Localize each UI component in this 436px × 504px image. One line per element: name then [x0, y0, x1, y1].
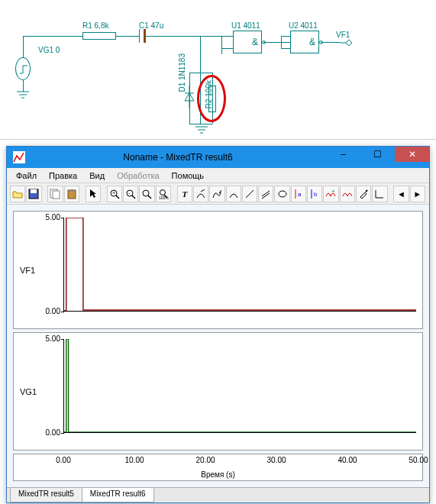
ground-icon	[195, 125, 208, 134]
chart-vg1[interactable]: VG1 5.00 0.00	[13, 332, 423, 451]
label-c1: C1 47u	[139, 21, 163, 30]
save-button[interactable]	[26, 186, 41, 202]
chart-vf1[interactable]: VF1 5.00 0.00	[13, 211, 423, 329]
zoom-fit-button[interactable]	[139, 186, 154, 202]
plot-vg1	[64, 339, 416, 432]
svg-text:100%: 100%	[159, 195, 169, 199]
xtick: 20.00	[195, 456, 215, 464]
minimize-button[interactable]: –	[326, 147, 360, 162]
xtick: 0.00	[56, 456, 70, 464]
wire	[221, 48, 222, 54]
wire	[23, 36, 24, 57]
resistor-r1	[82, 32, 116, 40]
svg-line-17	[116, 195, 119, 199]
plot-vf1	[64, 218, 416, 311]
menu-process[interactable]: Обработка	[111, 170, 165, 182]
menubar: Файл Правка Вид Обработка Помощь	[7, 168, 429, 183]
maximize-button[interactable]: ☐	[360, 147, 395, 162]
line-tool-button[interactable]	[242, 186, 257, 202]
wire	[145, 36, 164, 37]
tab-result6[interactable]: MixedTR result6	[82, 488, 154, 502]
wire	[281, 36, 282, 48]
svg-line-27	[201, 189, 205, 192]
lines-tool-button[interactable]	[258, 186, 273, 202]
xaxis-label: Время (s)	[14, 470, 422, 479]
wire	[189, 73, 200, 73]
highlight-ellipse	[197, 75, 226, 122]
ytick: 5.00	[37, 334, 60, 343]
xtick: 10.00	[124, 456, 144, 464]
eyedropper-button[interactable]	[356, 186, 371, 202]
curve-tool2-button[interactable]	[209, 186, 224, 202]
wire	[164, 36, 221, 37]
wire	[321, 42, 340, 43]
open-button[interactable]	[10, 186, 25, 202]
svg-text:b: b	[314, 191, 318, 198]
wire	[221, 36, 233, 37]
svg-rect-11	[31, 189, 37, 193]
wire	[23, 36, 82, 37]
svg-point-24	[160, 189, 165, 195]
toolbar: + - 100% T a b + ◄ ►	[7, 183, 429, 205]
svg-line-20	[132, 195, 135, 199]
zoom-100-button[interactable]: 100%	[156, 186, 171, 202]
result-window: Noname - MixedTR result6 – ☐ ✕ Файл Прав…	[6, 146, 430, 503]
svg-line-38	[366, 190, 367, 192]
gate-u1: &	[233, 31, 262, 53]
app-icon	[13, 151, 25, 163]
paste-button[interactable]	[64, 186, 79, 202]
svg-rect-13	[53, 191, 60, 199]
window-title: Noname - MixedTR result6	[30, 152, 326, 163]
pointer-button[interactable]	[86, 186, 101, 202]
tab-result5[interactable]: MixedTR result5	[10, 488, 82, 502]
svg-point-22	[143, 190, 149, 196]
zoom-out-button[interactable]: -	[123, 186, 138, 202]
svg-rect-15	[69, 189, 74, 192]
ytick: 0.00	[37, 428, 60, 437]
label-d1: D1 1N1183	[178, 53, 186, 92]
menu-help[interactable]: Помощь	[166, 170, 211, 182]
svg-line-29	[246, 190, 254, 198]
menu-file[interactable]: Файл	[10, 170, 43, 182]
ytick: 5.00	[37, 213, 60, 221]
output-pin-icon	[340, 38, 355, 47]
svg-text:a: a	[298, 191, 302, 198]
menu-view[interactable]: Вид	[83, 170, 111, 182]
wire	[281, 36, 290, 37]
label-u1: U1 4011	[231, 21, 260, 30]
svg-line-23	[148, 195, 151, 199]
copy-button[interactable]	[47, 186, 63, 202]
svg-text:+: +	[112, 190, 115, 195]
curve-tool3-button[interactable]	[226, 186, 241, 202]
titlebar[interactable]: Noname - MixedTR result6 – ☐ ✕	[7, 147, 429, 168]
xtick: 50.00	[409, 456, 428, 464]
ellipse-tool-button[interactable]	[274, 186, 289, 202]
xaxis: 0.00 10.00 20.00 30.00 40.00 50.00 Время…	[13, 454, 423, 481]
curve-tool1-button[interactable]	[193, 186, 208, 202]
nav-left-button[interactable]: ◄	[393, 186, 409, 202]
wave-button[interactable]	[340, 186, 355, 202]
ylabel-vf1: VF1	[20, 266, 35, 275]
chart-area: VF1 5.00 0.00 VG1 5.00 0.00 0.00 1	[7, 205, 429, 487]
menu-edit[interactable]: Правка	[43, 170, 83, 182]
wire	[200, 73, 212, 73]
wave-add-button[interactable]: +	[323, 186, 338, 202]
text-tool-button[interactable]: T	[177, 186, 192, 202]
zoom-in-button[interactable]: +	[107, 186, 122, 202]
xtick: 40.00	[337, 456, 357, 464]
label-u2: U2 4011	[289, 21, 318, 30]
marker-a-button[interactable]: a	[291, 186, 306, 202]
wire	[189, 124, 212, 124]
nav-right-button[interactable]: ►	[410, 186, 425, 202]
marker-b-button[interactable]: b	[307, 186, 322, 202]
ground-icon	[17, 90, 29, 99]
close-button[interactable]: ✕	[395, 147, 429, 162]
angle-tool-button[interactable]	[372, 186, 387, 202]
label-r1: R1 6,8k	[82, 21, 108, 30]
svg-text:+: +	[331, 189, 335, 195]
plot-grid-vg1: 5.00 0.00	[63, 339, 416, 433]
plot-grid-vf1: 5.00 0.00	[63, 218, 416, 312]
wire	[221, 48, 233, 49]
tab-bar: MixedTR result5 MixedTR result6	[7, 487, 429, 502]
wire	[281, 48, 290, 49]
